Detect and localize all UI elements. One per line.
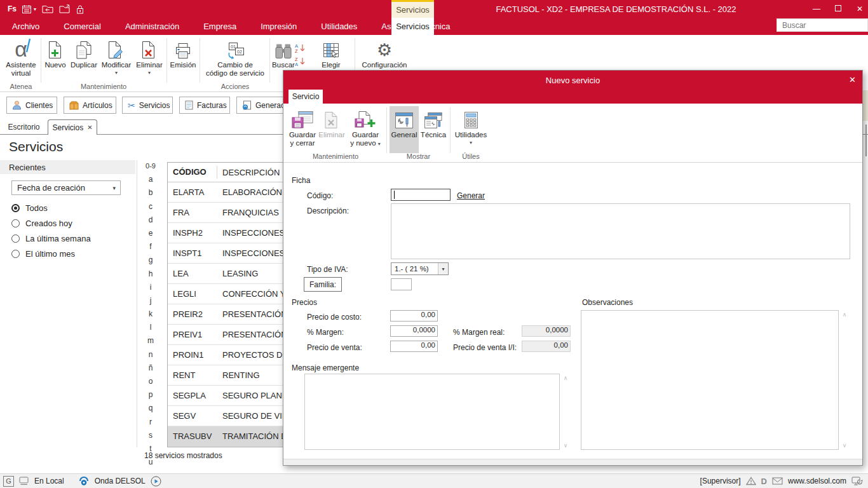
filter-radio[interactable]: Creados hoy <box>11 215 132 231</box>
guardar-cerrar-button[interactable]: Guardary cerrar <box>287 106 318 153</box>
alphabet-letter[interactable]: o <box>142 375 159 388</box>
folder-back-icon[interactable] <box>42 4 53 13</box>
familia-button[interactable]: Familia: <box>304 277 342 292</box>
alphabet-letter[interactable]: 0-9 <box>142 159 159 173</box>
tab-escritorio[interactable]: Escritorio <box>0 120 48 134</box>
duplicar-button[interactable]: Duplicar <box>69 36 99 69</box>
generar-link[interactable]: Generar <box>457 191 485 200</box>
menu-item[interactable]: Utilidades <box>309 18 369 35</box>
asistente-virtual-button[interactable]: α Asistente virtual <box>3 36 39 78</box>
printer-icon <box>175 36 191 60</box>
alphabet-letter[interactable]: n <box>142 348 159 362</box>
observaciones-textarea[interactable] <box>581 310 839 450</box>
general-button[interactable]: General <box>390 106 419 153</box>
alphabet-letter[interactable]: l <box>142 321 159 334</box>
scroll-down-icon[interactable]: ∨ <box>564 442 568 449</box>
observaciones-scrollbar[interactable]: ∧ ∨ <box>840 310 849 450</box>
menu-item[interactable]: Archivo <box>0 18 51 35</box>
menu-item[interactable]: Empresa <box>191 18 248 35</box>
alphabet-letter[interactable]: c <box>142 200 159 214</box>
cambio-codigo-button[interactable]: 0102 Cambio decódigo de servicio <box>202 36 268 78</box>
box-icon <box>69 101 79 110</box>
lock-icon[interactable] <box>76 4 84 14</box>
play-icon[interactable] <box>151 476 161 487</box>
maximize-button[interactable] <box>834 4 843 13</box>
codigo-input[interactable] <box>391 189 451 201</box>
alphabet-letter[interactable]: f <box>142 240 159 254</box>
calendar-icon[interactable]: ▾ <box>22 4 36 14</box>
filter-radio[interactable]: Todos <box>11 200 132 215</box>
alphabet-letter[interactable]: ñ <box>142 362 159 375</box>
tipo-iva-select[interactable]: 1.- ( 21 %) ▾ <box>391 262 449 275</box>
header-descripcion[interactable]: DESCRIPCIÓN <box>217 168 280 177</box>
descripcion-textarea[interactable] <box>391 203 850 259</box>
alphabet-letter[interactable]: i <box>142 281 159 294</box>
modificar-button[interactable]: Modificar ▾ <box>99 36 133 76</box>
alphabet-letter[interactable]: d <box>142 214 159 227</box>
orden-dropdown[interactable]: Fecha de creación ▾ <box>11 180 121 195</box>
envelope-icon[interactable] <box>772 477 783 485</box>
alphabet-letter[interactable]: j <box>142 294 159 308</box>
scroll-up-icon[interactable]: ∧ <box>564 375 568 381</box>
familia-input[interactable] <box>391 278 412 290</box>
sort-az-icon[interactable]: AZ <box>295 43 306 53</box>
folder-open-icon[interactable] <box>59 4 71 13</box>
quick-articulos-button[interactable]: Artículos <box>64 97 116 114</box>
utilidades-button[interactable]: Utilidades ▾ <box>453 106 489 153</box>
dialog-tab-servicio[interactable]: Servicio <box>288 90 323 104</box>
menu-item[interactable]: Impresión <box>248 18 309 35</box>
margen-input[interactable]: 0,0000 <box>390 325 438 337</box>
onda-delsol-label[interactable]: Onda DELSOL <box>95 477 146 485</box>
precio-costo-input[interactable]: 0,00 <box>390 310 438 322</box>
right-scrollbar-thumb[interactable] <box>865 125 867 156</box>
guardar-nuevo-button[interactable]: Guardary nuevo ▾ <box>347 106 384 153</box>
group-label-mantenimiento: Mantenimiento <box>42 83 165 90</box>
quick-servicios-button[interactable]: ✂ Servicios <box>122 97 173 114</box>
dialog-close-button[interactable]: ✕ <box>849 75 856 85</box>
tab-servicios[interactable]: Servicios ✕ <box>48 119 97 135</box>
quick-facturas-button[interactable]: Facturas <box>179 97 230 114</box>
combo-arrow-button[interactable]: ▾ <box>438 263 448 274</box>
warning-icon[interactable] <box>746 477 756 485</box>
remote-desktop-icon[interactable] <box>851 476 863 486</box>
close-button[interactable]: ✕ <box>855 4 864 13</box>
mensaje-scrollbar[interactable]: ∧ ∨ <box>561 374 570 450</box>
alphabet-letter[interactable]: b <box>142 186 159 200</box>
alphabet-letter[interactable]: r <box>142 416 159 429</box>
alphabet-letter[interactable]: a <box>142 173 159 186</box>
buscar-button[interactable]: Buscar <box>271 36 295 69</box>
precio-venta-input[interactable]: 0,00 <box>390 341 438 352</box>
group-label-acciones: Acciones <box>202 83 268 90</box>
elegir-button[interactable]: Elegir <box>315 36 347 69</box>
search-input[interactable] <box>776 18 868 32</box>
alphabet-letter[interactable]: s <box>142 429 159 442</box>
eliminar-button[interactable]: Eliminar ▾ <box>133 36 165 76</box>
nuevo-button[interactable]: Nuevo <box>42 36 69 69</box>
mensaje-emergente-textarea[interactable] <box>304 374 560 450</box>
sort-za-icon[interactable]: ZA <box>295 56 306 67</box>
scroll-down-icon[interactable]: ∨ <box>843 442 847 449</box>
website-link[interactable]: www.sdelsol.com <box>788 477 846 485</box>
minimize-button[interactable]: — <box>812 4 821 13</box>
configuracion-button[interactable]: ⚙ Configuración <box>360 36 409 69</box>
g-badge[interactable]: G <box>3 476 14 487</box>
menu-item[interactable]: Administración <box>113 18 191 35</box>
filter-radio[interactable]: La última semana <box>11 231 132 246</box>
tecnica-button[interactable]: Técnica <box>419 106 447 153</box>
scroll-up-icon[interactable]: ∧ <box>843 311 847 318</box>
emision-button[interactable]: Emisión <box>168 36 198 69</box>
alphabet-letter[interactable]: g <box>142 254 159 267</box>
quick-clientes-button[interactable]: Clientes <box>6 97 57 114</box>
en-local-label[interactable]: En Local <box>34 477 64 485</box>
alphabet-letter[interactable]: m <box>142 334 159 348</box>
header-codigo[interactable]: CÓDIGO <box>168 166 217 179</box>
alphabet-letter[interactable]: p <box>142 388 159 402</box>
alphabet-letter[interactable]: e <box>142 227 159 240</box>
tab-close-icon[interactable]: ✕ <box>87 124 92 131</box>
ribbon-tab-servicios[interactable]: Servicios <box>391 18 434 35</box>
alphabet-letter[interactable]: q <box>142 402 159 415</box>
alphabet-letter[interactable]: k <box>142 308 159 321</box>
filter-radio[interactable]: El último mes <box>11 246 132 261</box>
alphabet-letter[interactable]: h <box>142 268 159 281</box>
menu-item[interactable]: Comercial <box>51 18 113 35</box>
